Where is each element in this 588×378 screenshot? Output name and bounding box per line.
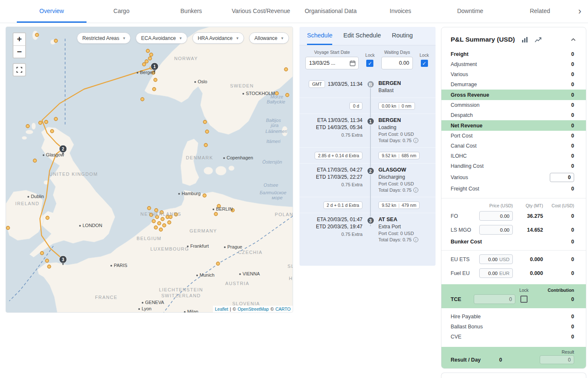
line-chart-icon[interactable] [535, 37, 542, 43]
port-dot[interactable] [216, 262, 220, 265]
port-dot[interactable] [152, 87, 156, 91]
info-icon[interactable]: i [413, 237, 418, 242]
nav-tab-invoices[interactable]: Invoices [365, 0, 435, 23]
nav-tab-overview[interactable]: Overview [17, 0, 87, 23]
voyage-start-date-input[interactable]: 13/03/25 ... [305, 57, 359, 69]
voyage-start-date-value: 13/03/25 ... [309, 60, 349, 66]
port-dot[interactable] [47, 265, 51, 268]
map-zoom-control: + − [13, 32, 26, 58]
waiting-days-input[interactable]: 0.00 [381, 57, 413, 69]
tce-input[interactable]: 0 [474, 294, 515, 304]
port-dot[interactable] [150, 213, 153, 217]
nav-more-chevron[interactable]: › [575, 6, 585, 17]
map-overlay-allowance[interactable]: Allowance▾ [249, 32, 289, 44]
nav-tab-various-cost-revenue[interactable]: Various Cost/Revenue [226, 0, 296, 23]
carto-link[interactable]: CARTO [276, 307, 291, 312]
tce-lock-checkbox[interactable] [520, 296, 528, 303]
port-dot[interactable] [159, 228, 163, 231]
port-dot[interactable] [174, 213, 178, 216]
stop-marker-2: 2 [367, 167, 375, 175]
port-dot[interactable] [217, 204, 220, 208]
svg-text:1: 1 [153, 64, 156, 69]
eu-ets-price-input[interactable]: 0.00USD [479, 254, 513, 264]
port-dot[interactable] [26, 124, 29, 128]
port-dot[interactable] [204, 143, 207, 147]
map-overlay-eca-avoidance[interactable]: ECA Avoidance▾ [136, 32, 187, 44]
port-dot[interactable] [39, 121, 42, 124]
leaflet-link[interactable]: Leaflet [215, 307, 228, 312]
nav-tab-bunkers[interactable]: Bunkers [156, 0, 226, 23]
bar-chart-icon[interactable] [522, 37, 528, 43]
map-overlay-restricted-areas[interactable]: Restricted Areas▾ [77, 32, 131, 44]
fit-bounds-button[interactable] [13, 63, 26, 77]
nav-tab-related[interactable]: Related [505, 0, 575, 23]
port-dot[interactable] [46, 216, 49, 219]
port-dot[interactable] [286, 93, 289, 97]
port-dot[interactable] [147, 206, 151, 210]
fo-price-input[interactable]: 0.00 [479, 211, 513, 221]
port-dot[interactable] [154, 78, 157, 82]
port-dot[interactable] [203, 194, 206, 197]
info-icon[interactable]: i [413, 138, 418, 143]
port-dot[interactable] [33, 159, 37, 162]
result-per-day-value: 0 [499, 357, 502, 363]
port-dot[interactable] [231, 209, 234, 212]
port-dot[interactable] [6, 226, 10, 230]
port-dot[interactable] [205, 130, 209, 133]
port-dot[interactable] [158, 222, 161, 225]
port-dot[interactable] [141, 98, 144, 101]
map-overlay-hra-avoidance[interactable]: HRA Avoidance▾ [192, 32, 244, 44]
port-dot[interactable] [203, 120, 207, 124]
port-dot[interactable] [50, 130, 54, 133]
start-date-lock-checkbox[interactable] [366, 60, 373, 67]
voyage-map[interactable]: 123 [6, 27, 293, 312]
port-dot[interactable] [152, 219, 155, 223]
port-dot[interactable] [146, 49, 150, 53]
collapse-panel-button[interactable] [569, 36, 578, 43]
port-dot[interactable] [150, 53, 153, 56]
port-dot[interactable] [148, 57, 152, 60]
port-dot[interactable] [169, 215, 172, 219]
zoom-out-button[interactable]: − [13, 45, 25, 58]
pnl-row-value: 0 [571, 163, 574, 169]
port-dot[interactable] [168, 221, 171, 224]
calendar-icon[interactable] [349, 60, 356, 66]
port-dot[interactable] [45, 259, 49, 262]
eu-ets-label: EU ETS [451, 256, 478, 262]
openstreetmap-link[interactable]: OpenStreetMap [238, 307, 269, 312]
port-dot[interactable] [155, 215, 159, 219]
ls-mgo-price-input[interactable]: 0.00 [479, 225, 513, 235]
stop-etd: ETD 20/03/25, 19:47 [316, 224, 362, 230]
port-dot[interactable] [155, 209, 158, 212]
port-dot[interactable] [54, 117, 58, 121]
port-dot[interactable] [154, 226, 158, 229]
chevron-up-icon [571, 38, 576, 41]
nav-tab-cargo[interactable]: Cargo [87, 0, 156, 23]
zoom-in-button[interactable]: + [13, 33, 25, 45]
nav-tab-organisational-data[interactable]: Organisational Data [296, 0, 365, 23]
info-icon[interactable]: i [413, 188, 418, 193]
port-dot[interactable] [35, 33, 39, 37]
port-dot[interactable] [275, 92, 278, 95]
port-dot[interactable] [214, 212, 218, 216]
nav-tab-downtime[interactable]: Downtime [435, 0, 505, 23]
schedule-tab-edit-schedule[interactable]: Edit Schedule [343, 27, 381, 45]
pnl-row-various: Various0 [441, 171, 586, 184]
port-dot[interactable] [40, 251, 44, 255]
port-dot[interactable] [145, 60, 148, 63]
port-dot[interactable] [161, 217, 164, 221]
pnl-various-input[interactable]: 0 [550, 173, 574, 182]
port-dot[interactable] [160, 211, 163, 214]
result-input[interactable]: 0 [540, 355, 574, 364]
schedule-tab-schedule[interactable]: Schedule [307, 27, 332, 45]
port-dot[interactable] [54, 39, 58, 42]
schedule-tab-routing[interactable]: Routing [392, 27, 413, 45]
port-dot[interactable] [45, 120, 48, 124]
port-dot[interactable] [142, 63, 146, 66]
map-panel[interactable]: 123 NORWAYSWEDENUNITED KINGDOMIRELANDDEN… [6, 27, 293, 312]
waiting-days-lock-checkbox[interactable] [421, 60, 428, 67]
port-dot[interactable] [284, 68, 288, 71]
fuel-eu-price-input[interactable]: 0.00EUR [479, 268, 513, 278]
stop-eta: ETA 13/03/25, 11:34 [317, 117, 362, 123]
port-dot[interactable] [163, 224, 166, 227]
